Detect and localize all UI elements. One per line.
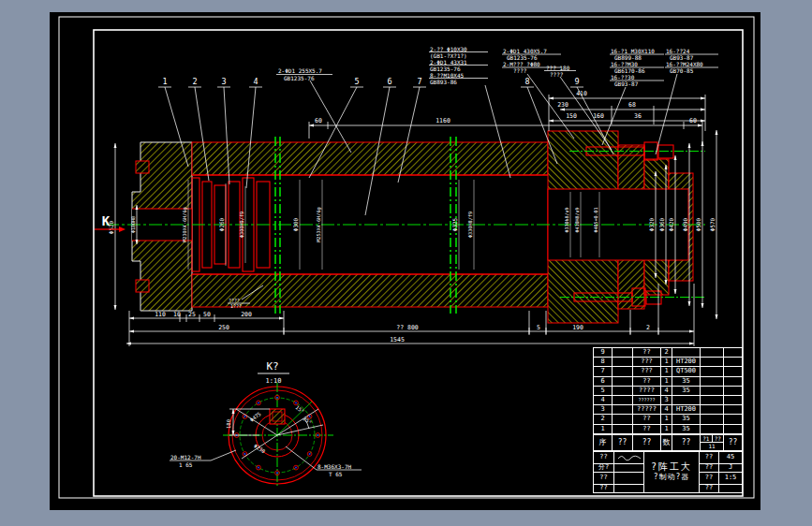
dim-label: 410 [576,90,587,97]
signature-cell [614,452,643,463]
bom-cell-qty: 1 [661,415,672,423]
note-line: GB93-87 [614,80,639,87]
bom-header-code: ?? [613,435,632,450]
bom-cell-seq: 6 [594,377,612,386]
bom-cell-w [701,358,723,366]
part-geometry [132,131,693,323]
bom-header-w3: 11 [701,443,723,450]
bom-cell-code [613,377,632,386]
note-line: 2-?? Φ10X30 [430,46,467,52]
bom-cell-seq: 3 [594,405,612,414]
bom-cell-qty: 1 [661,358,672,366]
detail-view-k: K? 1:10 [170,360,362,488]
tb-label: ?? [594,452,613,463]
note-line: 16-?1 M30X110 [611,48,655,54]
note-line: 16-??M24X80 [666,61,703,67]
dim-label: Φ330h8/u9 [564,207,569,232]
dim-label: M230X4-6H/6g [182,207,188,241]
bom-cell-seq: 2 [594,415,612,423]
dim-label: 160 [593,112,604,120]
bom-header-weight: ?1 ?? 11 [701,435,723,450]
bom-cell-w [701,405,723,414]
bom-cell-mat: QT500 [672,367,700,375]
bom-cell-w [701,387,723,395]
dim-label: ?? 800 [396,324,419,331]
dim-label: 36 [634,112,642,120]
bom-header-w1: ?1 [701,435,712,443]
bom-header-qty: 数 [661,435,672,450]
balloon-number: 2 [192,77,197,86]
bom-cell-mat [672,348,700,357]
dim-label: 25 [188,311,196,318]
bom-header-w2: ?? [713,435,724,443]
note-line: ???? [550,71,564,78]
note-line: T 65 [329,471,343,477]
bom-cell-seq: 5 [594,387,612,395]
dim-label: Φ490 [682,217,688,231]
cad-viewer-screen: 1 2 3 4 5 6 7 8 9 60 1160 60 410 230 68 … [0,0,812,526]
bom-cell-w [701,425,723,433]
view-k-letter: K [102,213,111,228]
detail-view-title: K? [266,360,278,373]
detail-view-scale: 1:10 [266,377,282,385]
bom-cell-remark [724,405,742,414]
dim-label: Φ410H8/u9 [574,207,580,232]
tb-empty [614,464,643,472]
tb-empty [614,485,643,492]
bom-cell-qty: 3 [661,396,672,404]
note-line: GB1235-76 [507,54,538,61]
bom-cell-mat: 35 [672,415,700,423]
bom-cell-mat: HT200 [672,405,700,414]
bom-cell-remark [724,415,742,423]
dim-label: 25° [302,416,313,426]
bom-cell-code [613,425,632,433]
bom-cell-mat: 35 [672,387,700,395]
bom-cell-name: ?? [633,377,660,386]
dim-label: 5 [537,324,540,331]
tb-label: ?? [700,452,718,463]
bom-cell-remark [724,396,742,404]
bom-cell-remark [724,367,742,375]
bom-cell-mat [672,396,700,404]
dim-label: 60 [689,117,697,124]
bom-table: 9??2 8???1HT200 7???1QT500 6??135 5????4… [593,347,743,434]
bom-cell-seq: 9 [594,348,612,357]
bom-cell-w [701,367,723,375]
dim-label: Φ230 [253,443,266,454]
note-line: GB1235-76 [430,66,461,72]
bom-header-seq: 序 [594,435,612,450]
note-line: GB899-88 [614,54,642,61]
bom-cell-qty: 1 [661,377,672,386]
note-line: GB6170-86 [614,67,645,74]
note-line: 2-ΦD1 255X5.7 [278,67,322,74]
bom-cell-remark [724,358,742,366]
note-line: 1??? [230,303,242,309]
bom-cell-code [613,348,632,357]
dim-label: 150 [566,112,577,120]
bom-cell-qty: 4 [661,405,672,414]
dim-label: 190 [572,324,583,331]
tb-empty [614,473,643,484]
bom-cell-qty: 1 [661,367,672,375]
tb-label: ?? [700,485,718,492]
dim-label: 110 [155,311,166,318]
bom-cell-remark [724,348,742,357]
dim-label: Φ260 [218,217,225,231]
bom-cell-remark [724,387,742,395]
note-line: GB1235-76 [284,75,315,81]
note-line: 1 65 [179,461,193,468]
dim-label: Φ330H8/f9 [467,212,473,238]
note-line: 16-??30 [611,74,635,80]
dim-label: 15° [294,404,305,415]
bom-cell-mat: 35 [672,425,700,433]
tb-label: ?? [700,464,718,472]
bom-cell-seq: 4 [594,396,612,404]
dim-label: 250 [218,324,229,331]
bom-cell-code [613,396,632,404]
dim-label: Φ300H9/f9 [239,212,244,238]
bom-cell-remark [724,377,742,386]
bom-cell-name: ???? [633,387,660,395]
dim-label: Φ420 [668,217,674,231]
bom-cell-qty: 2 [661,348,672,357]
balloon-number: 9 [574,77,579,86]
